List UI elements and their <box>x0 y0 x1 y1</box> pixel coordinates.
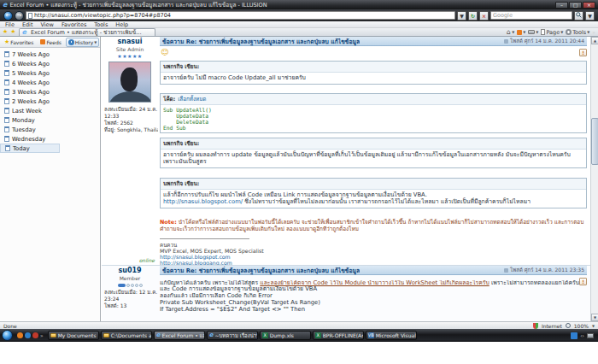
post-body-panel: ข้อความ Re: ช่วยการเพิ่มข้อมูลลงฐานข้อมู… <box>158 266 590 321</box>
quick-launch-icon[interactable] <box>25 332 31 338</box>
scroll-down-icon[interactable]: ▼ <box>591 314 598 321</box>
quote-block: นพกรกิจ เขียน: แล้วก็อีกการปรับแก้ไข ผมน… <box>160 178 587 208</box>
post-body-panel: ข้อความ Re: ช่วยการเพิ่มข้อมูลลงฐานข้อมู… <box>158 37 590 265</box>
post-subject[interactable]: ข้อความ Re: ช่วยการเพิ่มข้อมูลลงฐานข้อมู… <box>162 37 360 46</box>
page-menu-button[interactable]: Page▼ <box>541 29 563 36</box>
tab-favorites[interactable]: ★Favorites <box>2 38 36 47</box>
select-all-link[interactable]: เลือกทั้งหมด <box>178 96 206 102</box>
blog-link[interactable]: http://snasui.blogspot.com/ <box>163 198 243 205</box>
menu-file[interactable]: File <box>5 21 15 28</box>
history-item[interactable]: Last Week <box>0 106 100 115</box>
report-post-button[interactable]: ! <box>579 278 587 285</box>
quick-launch-icon[interactable] <box>32 332 38 338</box>
quote-block: นพกรกิจ เขียน: อาจารย์ครับ ผมลองทำการ up… <box>160 138 587 168</box>
menu-view[interactable]: View <box>40 21 53 28</box>
back-button[interactable]: ← <box>3 11 13 21</box>
taskbar-button[interactable]: C:\Documents and ... <box>101 331 152 340</box>
zoom-level[interactable]: 100% <box>574 323 589 329</box>
history-item[interactable]: Tuesday <box>0 125 100 134</box>
author-username[interactable]: su019 <box>118 267 141 275</box>
history-item[interactable]: 3 Weeks Ago <box>0 87 100 97</box>
add-favorite-icon[interactable]: ★ <box>10 29 15 35</box>
network-icon[interactable] <box>587 333 594 338</box>
tools-menu-button[interactable]: Tools▼ <box>566 29 589 36</box>
code-block: โค้ด:เลือกทั้งหมด Sub UpdateAll() Update… <box>160 93 587 133</box>
history-item[interactable]: Wednesday <box>0 134 100 144</box>
post-subject[interactable]: ข้อความ Re: ช่วยการเพิ่มข้อมูลลงฐานข้อมู… <box>162 266 360 275</box>
minimize-button[interactable]: – <box>555 2 568 9</box>
calendar-icon <box>4 136 9 142</box>
tab-feeds[interactable]: Feeds <box>38 38 63 47</box>
post-author-panel: snasui Site Admin ★★★★★ ลงทะเบียนเมื่อ: … <box>102 37 158 265</box>
scroll-up-icon[interactable]: ▲ <box>591 37 598 44</box>
history-item[interactable]: 2 Weeks Ago <box>0 97 100 106</box>
author-username[interactable]: snasui <box>117 38 142 46</box>
print-button[interactable]: ▼ <box>528 30 538 34</box>
post-count: โพสต์: 13 <box>104 302 158 309</box>
browser-tab[interactable]: e Excel Forum • แสดงกระทู้ - ช่วยการเพิ่… <box>19 28 155 36</box>
taskbar-button[interactable]: XBPR-OFFLINE(Artis... <box>313 331 364 340</box>
menu-favorites[interactable]: Favorites <box>62 21 86 28</box>
search-dropdown[interactable]: ▼ <box>585 11 595 21</box>
print-icon <box>528 30 535 34</box>
stop-button[interactable]: × <box>479 11 489 21</box>
emphasized-text: และลองย้ายโค้ดจาก Code ไว้ใน Module นำมา… <box>260 280 489 286</box>
tray-arrows-icon[interactable]: ‹› <box>580 332 584 338</box>
history-item[interactable]: 7 Weeks Ago <box>0 50 100 59</box>
taskbar-button[interactable]: XDump.xls <box>260 331 311 340</box>
taskbar-button[interactable]: VBMicrosoft Visual Bas... <box>366 331 417 340</box>
signature-link[interactable]: http://snasui.bloggang.com <box>160 260 587 265</box>
refresh-button[interactable]: ↻ <box>468 11 478 21</box>
history-item[interactable]: 6 Weeks Ago <box>0 59 100 68</box>
tab-history[interactable]: History▼ <box>66 38 99 47</box>
history-item-today[interactable]: Today <box>0 144 60 153</box>
overflow-chevron-icon[interactable]: » <box>592 29 595 35</box>
quick-launch-chevron-icon[interactable]: » <box>40 332 44 338</box>
history-item[interactable]: Monday <box>0 115 100 125</box>
menu-tools[interactable]: Tools <box>94 21 108 28</box>
start-button[interactable] <box>2 330 13 341</box>
menu-edit[interactable]: Edit <box>22 21 33 28</box>
calendar-icon <box>5 145 10 151</box>
forum-post: snasui Site Admin ★★★★★ ลงทะเบียนเมื่อ: … <box>102 37 590 266</box>
scrollbar-thumb[interactable] <box>591 118 598 165</box>
quote-author: นพกรกิจ เขียน: <box>161 138 586 150</box>
system-tray: ‹› <box>571 332 596 339</box>
desktop: e Excel Forum • แสดงกระทู้ - ช่วยการเพิ่… <box>0 0 598 364</box>
menu-help[interactable]: Help <box>115 21 128 28</box>
signature-link[interactable]: http://snasui.blogspot.com <box>160 254 587 260</box>
history-item[interactable]: 4 Weeks Ago <box>0 78 100 87</box>
status-bar: Done Internet 100% ▼ <box>0 321 598 329</box>
home-button[interactable]: ⌂▼ <box>507 29 514 36</box>
excel-icon: X <box>262 332 268 338</box>
tray-app-icon[interactable] <box>571 332 577 339</box>
forward-button[interactable]: → <box>15 11 24 21</box>
close-button[interactable]: × <box>583 2 595 9</box>
taskbar-button[interactable]: My Documents <box>48 331 99 340</box>
post-icon <box>504 268 508 273</box>
favorites-center-icon[interactable]: ★ <box>3 29 8 35</box>
security-shield-icon <box>533 323 538 329</box>
post-note: Note: นำโค้ดหรือไฟล์ตัวอย่างแนบมาในฟอรัม… <box>160 219 587 233</box>
forum-page: snasui Site Admin ★★★★★ ลงทะเบียนเมื่อ: … <box>102 37 590 321</box>
page-scrollbar[interactable]: ▲ ▼ <box>590 37 598 321</box>
post-header: ข้อความ Re: ช่วยการเพิ่มข้อมูลลงฐานข้อมู… <box>160 37 587 46</box>
page-icon <box>541 29 545 35</box>
search-button[interactable] <box>574 11 583 21</box>
address-dropdown[interactable]: ▼ <box>457 11 466 21</box>
taskbar-button[interactable]: e~บทความ เรื่องน่ารู้... <box>207 331 258 340</box>
report-post-button[interactable]: ! <box>579 49 587 56</box>
feeds-button[interactable]: ▼ <box>517 30 525 35</box>
zoom-dropdown-icon[interactable]: ▼ <box>592 324 595 328</box>
quick-launch-icon[interactable] <box>17 332 23 338</box>
taskbar: » My Documents C:\Documents and ... eExc… <box>0 329 598 342</box>
taskbar-button-active[interactable]: eExcel Forum • แสด... <box>154 331 205 340</box>
home-icon: ⌂ <box>507 29 511 36</box>
address-field[interactable]: http://snasui.com/viewtopic.php?p=8704#p… <box>26 11 455 20</box>
maximize-button[interactable]: ▢ <box>569 2 582 9</box>
calendar-icon <box>4 126 9 132</box>
feeds-icon <box>517 30 522 35</box>
search-input[interactable] <box>490 11 572 20</box>
ie-icon: e <box>3 2 7 9</box>
history-item[interactable]: 5 Weeks Ago <box>0 68 100 78</box>
